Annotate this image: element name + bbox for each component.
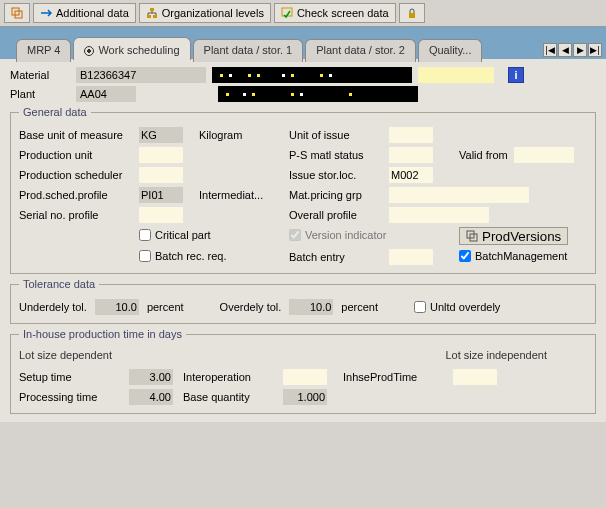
copy-button[interactable] [4, 3, 30, 23]
plant-label: Plant [10, 88, 70, 100]
base-quantity-input[interactable] [283, 389, 327, 405]
tab-mrp4[interactable]: MRP 4 [16, 39, 71, 62]
version-indicator-checkbox: Version indicator [289, 229, 386, 241]
additional-data-label: Additional data [56, 7, 129, 19]
overdely-input[interactable] [289, 299, 333, 315]
svg-rect-4 [153, 15, 157, 18]
prodversions-button[interactable]: ProdVersions [459, 227, 568, 245]
critical-part-checkbox[interactable]: Critical part [139, 229, 211, 241]
tab-prev-button[interactable]: ◀ [558, 43, 572, 57]
material-label: Material [10, 69, 70, 81]
lot-independent-label: Lot size independent [445, 349, 547, 361]
interoperation-input[interactable] [283, 369, 327, 385]
tab-strip: MRP 4 Work scheduling Plant data / stor.… [0, 27, 606, 59]
overall-profile-input[interactable] [389, 207, 489, 223]
overall-profile-label: Overall profile [289, 209, 389, 221]
prod-profile-text: Intermediat... [199, 189, 289, 201]
tab-next-button[interactable]: ▶ [573, 43, 587, 57]
version-indicator-label: Version indicator [305, 229, 386, 241]
general-data-legend: General data [19, 106, 91, 118]
mat-pricing-input[interactable] [389, 187, 529, 203]
general-data-group: General data Base unit of measure Kilogr… [10, 112, 596, 274]
tab-first-button[interactable]: |◀ [543, 43, 557, 57]
tab-plant-data-2[interactable]: Plant data / stor. 2 [305, 39, 416, 62]
issue-loc-input[interactable] [389, 167, 433, 183]
critical-part-label: Critical part [155, 229, 211, 241]
batch-rec-label: Batch rec. req. [155, 250, 227, 262]
base-uom-text: Kilogram [199, 129, 289, 141]
tab-nav: |◀ ◀ ▶ ▶| [543, 43, 602, 57]
setup-time-label: Setup time [19, 371, 129, 383]
svg-rect-6 [409, 13, 415, 18]
lot-dependent-label: Lot size dependent [19, 349, 112, 361]
plant-value: AA04 [76, 86, 136, 102]
setup-time-input[interactable] [129, 369, 173, 385]
org-levels-label: Organizational levels [162, 7, 264, 19]
batch-entry-label: Batch entry [289, 251, 389, 263]
percent-label-1: percent [147, 301, 184, 313]
check-screen-label: Check screen data [297, 7, 389, 19]
batch-mgmt-checkbox[interactable]: BatchManagement [459, 250, 567, 262]
overdely-label: Overdely tol. [220, 301, 282, 313]
issue-loc-label: Issue stor.loc. [289, 169, 389, 181]
tolerance-group: Tolerance data Underdely tol. percent Ov… [10, 284, 596, 324]
material-desc-masked [212, 67, 412, 83]
svg-rect-3 [147, 15, 151, 18]
batch-entry-input[interactable] [389, 249, 433, 265]
prod-unit-input[interactable] [139, 147, 183, 163]
tab-quality[interactable]: Quality... [418, 39, 483, 62]
lock-button[interactable] [399, 3, 425, 23]
check-screen-button[interactable]: Check screen data [274, 3, 396, 23]
svg-rect-2 [150, 8, 154, 11]
ps-status-label: P-S matl status [289, 149, 389, 161]
additional-data-button[interactable]: Additional data [33, 3, 136, 23]
content-area: Material B12366347 i Plant AA04 General … [0, 59, 606, 422]
percent-label-2: percent [341, 301, 378, 313]
unltd-overdely-checkbox[interactable]: Unltd overdely [414, 301, 500, 313]
valid-from-label: Valid from [459, 149, 514, 161]
tab-plant-data-1[interactable]: Plant data / stor. 1 [193, 39, 304, 62]
batch-rec-checkbox[interactable]: Batch rec. req. [139, 250, 227, 262]
base-uom-label: Base unit of measure [19, 129, 139, 141]
unit-issue-label: Unit of issue [289, 129, 389, 141]
material-value: B12366347 [76, 67, 206, 83]
serial-profile-label: Serial no. profile [19, 209, 139, 221]
processing-time-label: Processing time [19, 391, 129, 403]
prod-unit-label: Production unit [19, 149, 139, 161]
base-quantity-label: Base quantity [183, 391, 283, 403]
inhse-prodtime-input[interactable] [453, 369, 497, 385]
tab-work-scheduling[interactable]: Work scheduling [73, 37, 190, 60]
prod-profile-label: Prod.sched.profile [19, 189, 139, 201]
unltd-overdely-label: Unltd overdely [430, 301, 500, 313]
mat-pricing-label: Mat.pricing grp [289, 189, 389, 201]
processing-time-input[interactable] [129, 389, 173, 405]
underdely-input[interactable] [95, 299, 139, 315]
underdely-label: Underdely tol. [19, 301, 87, 313]
toolbar: Additional data Organizational levels Ch… [0, 0, 606, 27]
inhse-prodtime-label: InhseProdTime [343, 371, 453, 383]
tab-last-button[interactable]: ▶| [588, 43, 602, 57]
inhouse-group: In-house production time in days Lot siz… [10, 334, 596, 414]
prod-profile-input[interactable] [139, 187, 183, 203]
unit-issue-input[interactable] [389, 127, 433, 143]
plant-desc-masked [218, 86, 418, 102]
ps-status-input[interactable] [389, 147, 433, 163]
base-uom-input[interactable] [139, 127, 183, 143]
prod-scheduler-label: Production scheduler [19, 169, 139, 181]
interoperation-label: Interoperation [183, 371, 283, 383]
material-desc-ext [418, 67, 494, 83]
batch-mgmt-label: BatchManagement [475, 250, 567, 262]
org-levels-button[interactable]: Organizational levels [139, 3, 271, 23]
inhouse-legend: In-house production time in days [19, 328, 186, 340]
tolerance-legend: Tolerance data [19, 278, 99, 290]
serial-profile-input[interactable] [139, 207, 183, 223]
prod-scheduler-input[interactable] [139, 167, 183, 183]
valid-from-input[interactable] [514, 147, 574, 163]
info-icon[interactable]: i [508, 67, 524, 83]
prodversions-label: ProdVersions [482, 229, 561, 244]
